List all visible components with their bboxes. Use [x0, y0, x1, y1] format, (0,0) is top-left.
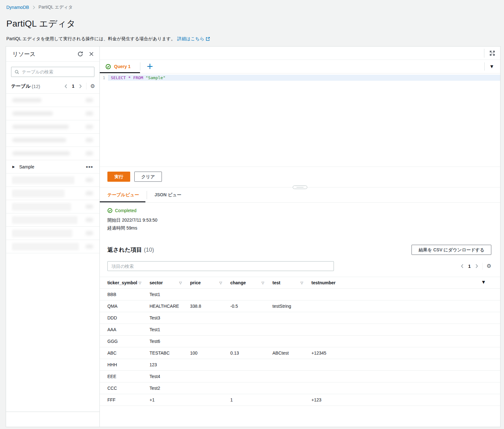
page-title: PartiQL エディタ — [6, 18, 498, 30]
elapsed-line: 経過時間 59ms — [107, 224, 493, 232]
learn-more-link[interactable]: 詳細はこちら — [177, 36, 210, 42]
tables-count: (12) — [32, 84, 40, 89]
results-table: ticker_symbol▽ sector▽ price▽ change▽ te… — [100, 277, 500, 406]
fullscreen-expand-icon[interactable] — [489, 50, 495, 56]
table-row[interactable]: QMAHEALTHCARE338.8-0.5testString — [100, 300, 500, 312]
sort-icon[interactable]: ▽ — [301, 281, 303, 285]
sort-icon[interactable]: ▽ — [179, 281, 182, 285]
page-next-icon[interactable] — [79, 84, 82, 89]
sidebar-footer — [6, 412, 99, 427]
started-at-line: 開始日 2022/7/11 9:53:50 — [107, 216, 493, 224]
query-code-line[interactable]: SELECT * FROM "Sample" — [108, 75, 500, 81]
tab-query-1[interactable]: Query 1 — [100, 60, 140, 73]
col-header-test: test — [272, 280, 280, 285]
query-editor[interactable]: 1 SELECT * FROM "Sample" — [100, 73, 500, 167]
column-preferences-icon[interactable]: ▼ — [482, 280, 485, 284]
table-row[interactable]: HHH123 — [100, 359, 500, 371]
table-list-item-redacted[interactable] — [6, 200, 99, 213]
table-list-item-redacted[interactable] — [6, 107, 99, 120]
status-text: Completed — [115, 208, 137, 213]
table-list-item-redacted[interactable] — [6, 173, 99, 187]
status-check-circle-icon — [107, 208, 112, 213]
results-settings-gear-icon[interactable]: ⚙ — [487, 263, 491, 269]
run-button[interactable]: 実行 — [107, 172, 130, 182]
table-search-input[interactable] — [22, 69, 91, 74]
col-header-sector: sector — [150, 280, 163, 285]
results-page-number[interactable]: 1 — [468, 264, 471, 269]
line-number: 1 — [100, 75, 108, 81]
table-list: ▶ Sample ••• — [6, 93, 99, 253]
page-header: DynamoDB PartiQL エディタ PartiQL エディタ Parti… — [0, 0, 504, 42]
resources-panel-title: リソース — [12, 50, 35, 58]
check-circle-icon — [105, 64, 111, 69]
table-row[interactable]: CCCTest2 — [100, 382, 500, 394]
col-header-change: change — [230, 280, 246, 285]
table-list-item-redacted[interactable] — [6, 120, 99, 134]
table-list-item-redacted[interactable] — [6, 94, 99, 107]
items-search-input[interactable] — [107, 261, 334, 271]
clear-button[interactable]: クリア — [134, 172, 162, 182]
tables-page-number[interactable]: 1 — [72, 84, 74, 89]
table-row[interactable]: FFF+11+123 — [100, 394, 500, 406]
sort-icon[interactable]: ▽ — [262, 281, 264, 285]
refresh-icon[interactable] — [77, 51, 83, 57]
breadcrumb: DynamoDB PartiQL エディタ — [6, 4, 498, 10]
plus-icon: + — [146, 62, 153, 70]
tables-settings-gear-icon[interactable]: ⚙ — [90, 84, 95, 89]
close-panel-icon[interactable] — [89, 52, 94, 56]
col-header-ticker-symbol: ticker_symbol — [107, 280, 137, 285]
table-list-item-redacted[interactable] — [6, 227, 99, 240]
expand-triangle-icon[interactable]: ▶ — [12, 165, 15, 168]
table-list-item-redacted[interactable] — [6, 213, 99, 227]
returned-items-title: 返された項目 — [107, 247, 142, 253]
table-list-item-redacted[interactable] — [6, 240, 99, 253]
table-row[interactable]: EEETest4 — [100, 371, 500, 382]
results-page-next-icon[interactable] — [475, 264, 479, 268]
chevron-right-icon — [32, 5, 35, 9]
table-row[interactable]: AAATest1 — [100, 324, 500, 336]
splitter-drag-handle[interactable] — [293, 186, 307, 189]
page-prev-icon[interactable] — [64, 84, 68, 89]
editor-panel: Query 1 + ▼ 1 SELECT * FROM "Sample" 実行 … — [100, 46, 501, 427]
table-row[interactable]: DDDTest3 — [100, 312, 500, 324]
download-csv-button[interactable]: 結果を CSV にダウンロードする — [411, 245, 491, 255]
breadcrumb-current: PartiQL エディタ — [39, 4, 73, 10]
table-search-box — [11, 67, 94, 77]
tab-json-view[interactable]: JSON ビュー — [147, 187, 189, 202]
workspace: リソース テーブル (12) — [6, 46, 501, 427]
table-row[interactable]: ABCTESTABC1000.13ABCtest+12345 — [100, 347, 500, 359]
sort-icon[interactable]: ▽ — [220, 281, 222, 285]
table-row[interactable]: GGGTest6 — [100, 336, 500, 347]
col-header-price: price — [190, 280, 201, 285]
resources-panel: リソース テーブル (12) — [6, 46, 100, 427]
results-table-header-row: ticker_symbol▽ sector▽ price▽ change▽ te… — [100, 277, 500, 289]
sort-icon[interactable]: ▽ — [139, 281, 141, 285]
add-query-tab-button[interactable]: + — [140, 60, 159, 73]
table-list-item-redacted[interactable] — [6, 134, 99, 147]
table-list-item-redacted[interactable] — [6, 187, 99, 200]
page-description: PartiQL エディタを使用して実行される操作には、料金が発生する場合がありま… — [6, 36, 175, 42]
query-tab-label: Query 1 — [114, 64, 131, 69]
returned-items-count: (10) — [144, 247, 154, 253]
tab-table-view[interactable]: テーブルビュー — [100, 187, 147, 202]
query-options-caret-icon[interactable]: ▼ — [490, 65, 493, 68]
tables-label: テーブル — [11, 83, 30, 89]
search-icon — [15, 70, 19, 74]
col-header-testnumber: testnumber — [311, 280, 335, 285]
table-row[interactable]: BBBTest1 — [100, 289, 500, 300]
external-link-icon — [206, 37, 210, 41]
sample-table-label: Sample — [19, 164, 34, 169]
results-page-prev-icon[interactable] — [460, 264, 464, 268]
sample-item-menu-icon[interactable]: ••• — [86, 163, 93, 170]
breadcrumb-link-dynamodb[interactable]: DynamoDB — [6, 5, 29, 10]
table-list-item-redacted[interactable] — [6, 147, 99, 160]
table-list-item-sample[interactable]: ▶ Sample ••• — [6, 160, 99, 173]
